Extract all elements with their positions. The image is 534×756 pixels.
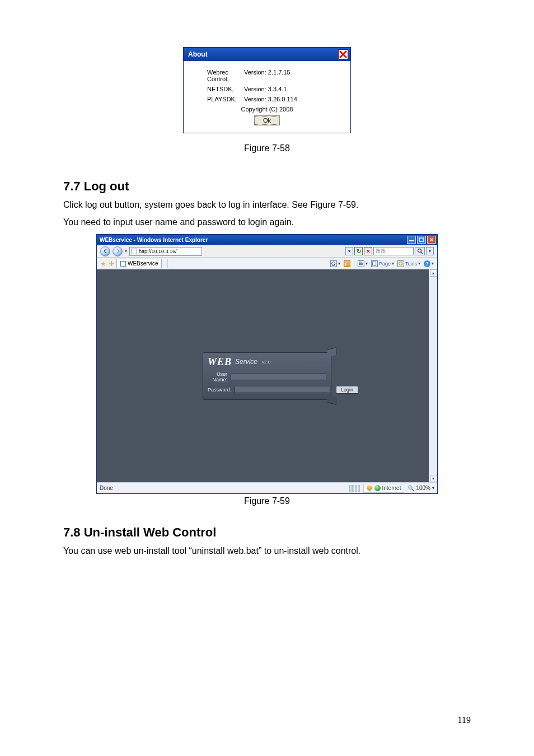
body-text: You need to input user name and password… xyxy=(63,216,471,228)
password-label: Password: xyxy=(208,387,231,393)
page-icon xyxy=(120,261,126,267)
browser-window: WEBservice - Windows Internet Explorer ▾… xyxy=(96,234,438,494)
ok-button[interactable]: Ok xyxy=(255,116,279,125)
section-heading-logout: 7.7 Log out xyxy=(63,179,471,194)
help-button[interactable]: ?▾ xyxy=(424,260,434,267)
back-button[interactable] xyxy=(100,246,110,256)
close-icon[interactable] xyxy=(338,49,348,59)
figure-caption: Figure 7-58 xyxy=(63,143,471,153)
about-row-value: Version: 3.3.4.1 xyxy=(244,86,287,92)
about-row-label: Webrec Control, xyxy=(190,69,244,82)
home-button[interactable]: ▾ xyxy=(330,260,340,267)
about-row-value: Version: 3.26.0.114 xyxy=(244,96,297,102)
svg-rect-6 xyxy=(373,262,376,265)
shield-icon xyxy=(367,485,373,491)
zone-label: Internet xyxy=(382,485,401,491)
page-menu[interactable]: Page ▾ xyxy=(371,260,394,267)
tab-label: WEBservice xyxy=(128,260,158,267)
security-zone[interactable]: Internet xyxy=(363,484,405,493)
login-button[interactable]: Login xyxy=(336,386,358,394)
browser-status-bar: Done Internet 🔍 100% ▾ xyxy=(97,482,437,493)
maximize-icon[interactable] xyxy=(417,236,426,244)
about-row-label: PLAYSDK, xyxy=(190,96,244,102)
add-favorites-icon[interactable]: ✚ xyxy=(109,260,114,268)
url-dropdown-icon[interactable]: ▾ xyxy=(345,247,353,255)
forward-button[interactable] xyxy=(113,246,123,256)
username-label: User Name: xyxy=(208,371,227,382)
status-text: Done xyxy=(100,485,113,491)
about-row: Webrec Control, Version: 2.1.7.15 xyxy=(190,69,344,82)
print-button[interactable]: ▾ xyxy=(358,260,368,267)
favorites-icon[interactable]: ★ xyxy=(100,260,106,268)
url-field[interactable]: http://10.10.3.16/ xyxy=(129,247,202,256)
browser-tab[interactable]: WEBservice xyxy=(116,259,162,268)
zoom-value: 100% xyxy=(416,485,430,491)
about-row-label: NETSDK, xyxy=(190,86,244,92)
zoom-control[interactable]: 🔍 100% ▾ xyxy=(407,485,434,491)
browser-titlebar: WEBservice - Windows Internet Explorer xyxy=(97,235,437,245)
new-tab-button[interactable] xyxy=(167,259,174,268)
stop-icon[interactable]: ✕ xyxy=(364,247,372,255)
tools-menu[interactable]: Tools ▾ xyxy=(397,260,420,267)
url-text: http://10.10.3.16/ xyxy=(139,249,177,254)
section-heading-uninstall: 7.8 Un-install Web Control xyxy=(63,525,471,540)
brand-version: v2.0 xyxy=(262,360,270,365)
about-copyright: Copyright (C) 2008 xyxy=(190,106,344,113)
password-input[interactable] xyxy=(235,386,330,393)
browser-tab-bar: ★ ✚ WEBservice ▾ ▾ Page ▾ Tools ▾ ?▾ xyxy=(97,257,437,269)
svg-rect-5 xyxy=(360,262,362,263)
svg-point-3 xyxy=(345,264,346,265)
about-row: PLAYSDK, Version: 3.26.0.114 xyxy=(190,96,344,102)
about-row-value: Version: 2.1.7.15 xyxy=(244,69,291,82)
svg-point-7 xyxy=(399,262,402,265)
chevron-down-icon[interactable]: ▾ xyxy=(432,486,434,491)
body-text: Click log out button, system goes back t… xyxy=(63,198,471,211)
scroll-down-icon[interactable]: ▾ xyxy=(430,475,437,482)
scroll-up-icon[interactable]: ▴ xyxy=(430,269,437,277)
brand-web: WEB xyxy=(208,356,232,368)
search-placeholder: 搜搜 xyxy=(376,248,386,255)
browser-address-bar: ▾ http://10.10.3.16/ ▾ ↻ ✕ 搜搜 ▾ xyxy=(97,245,437,257)
page-number: 119 xyxy=(458,715,471,725)
feeds-button[interactable] xyxy=(344,260,350,267)
about-titlebar: About xyxy=(184,48,350,61)
page-menu-label: Page xyxy=(379,261,391,267)
brand-service: Service xyxy=(235,358,257,366)
browser-viewport: WEB Service v2.0 User Name: Password: Lo… xyxy=(97,269,437,482)
body-text: You can use web un-install tool “uninsta… xyxy=(63,544,471,557)
refresh-icon[interactable]: ↻ xyxy=(354,247,363,255)
username-input[interactable] xyxy=(231,373,326,380)
search-dropdown-icon[interactable]: ▾ xyxy=(426,247,434,255)
tools-menu-label: Tools xyxy=(405,261,417,267)
globe-icon xyxy=(374,485,381,491)
figure-caption: Figure 7-59 xyxy=(63,496,471,506)
about-dialog: About Webrec Control, Version: 2.1.7.15 … xyxy=(183,47,351,133)
search-icon[interactable] xyxy=(415,247,425,255)
panel-tab-decor xyxy=(327,347,336,357)
vertical-scrollbar[interactable]: ▴ ▾ xyxy=(429,269,437,482)
browser-title-text: WEBservice - Windows Internet Explorer xyxy=(100,237,208,243)
about-title-text: About xyxy=(188,50,208,58)
chevron-down-icon[interactable]: ▾ xyxy=(125,249,127,254)
close-icon[interactable] xyxy=(427,236,436,244)
login-panel: WEB Service v2.0 User Name: Password: Lo… xyxy=(203,352,331,400)
svg-rect-1 xyxy=(419,238,424,241)
svg-point-2 xyxy=(418,249,421,253)
svg-rect-0 xyxy=(409,240,414,241)
about-row: NETSDK, Version: 3.3.4.1 xyxy=(190,86,344,92)
search-input[interactable]: 搜搜 xyxy=(373,247,414,255)
svg-rect-4 xyxy=(359,263,363,265)
zoom-icon: 🔍 xyxy=(407,485,414,491)
minimize-icon[interactable] xyxy=(407,236,416,244)
panel-tab-decor xyxy=(327,395,336,405)
page-icon xyxy=(132,249,137,254)
